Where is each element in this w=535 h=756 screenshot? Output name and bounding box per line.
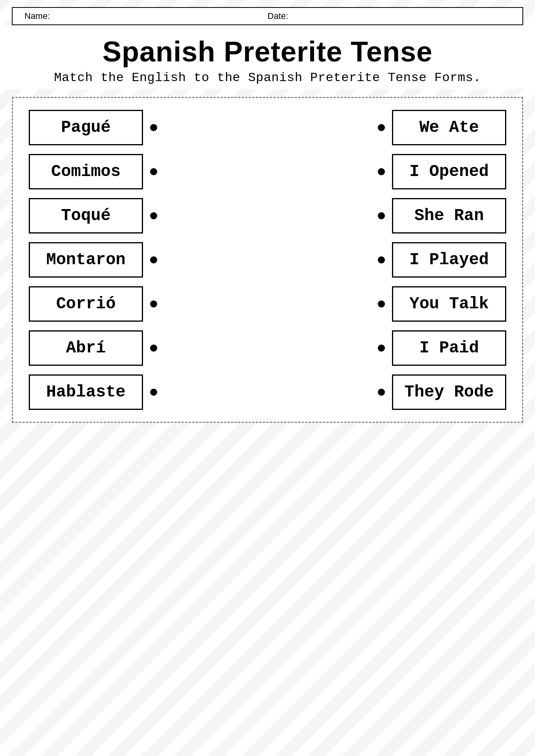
match-row: Toqué She Ran	[29, 198, 506, 233]
left-dot	[150, 389, 157, 396]
english-word-box: You Talk	[392, 286, 506, 322]
english-word-box: She Ran	[392, 198, 506, 233]
english-word-box: I Opened	[392, 154, 506, 189]
right-dot	[378, 256, 385, 263]
spanish-word-box: Toqué	[29, 198, 143, 233]
match-row: Abrí I Paid	[29, 330, 506, 366]
right-side: They Rode	[283, 374, 506, 410]
spanish-word: Corrió	[56, 295, 115, 313]
right-dot	[378, 168, 385, 175]
spanish-word-box: Montaron	[29, 242, 143, 278]
left-side: Pagué	[29, 110, 252, 145]
match-row: Comimos I Opened	[29, 154, 506, 189]
english-word: I Played	[409, 250, 489, 269]
english-word: We Ate	[419, 118, 479, 137]
right-side: I Opened	[283, 154, 506, 189]
match-row: Pagué We Ate	[29, 110, 506, 145]
spanish-word: Comimos	[51, 162, 121, 181]
left-dot	[150, 256, 157, 263]
left-dot	[150, 212, 157, 219]
spanish-word-box: Hablaste	[29, 374, 143, 410]
english-word: She Ran	[414, 206, 484, 225]
date-label: Date:	[268, 11, 511, 21]
english-word: You Talk	[409, 295, 489, 313]
left-side: Toqué	[29, 198, 252, 233]
left-side: Abrí	[29, 330, 252, 366]
spanish-word-box: Corrió	[29, 286, 143, 322]
english-word: I Paid	[419, 339, 479, 358]
right-side: You Talk	[283, 286, 506, 322]
left-dot	[150, 168, 157, 175]
title-section: Spanish Preterite Tense Match the Englis…	[0, 25, 535, 89]
spanish-word: Toqué	[61, 206, 111, 225]
english-word: They Rode	[405, 383, 494, 402]
right-dot	[378, 212, 385, 219]
match-row: Corrió You Talk	[29, 286, 506, 322]
english-word-box: I Played	[392, 242, 506, 278]
right-dot	[378, 389, 385, 396]
page-wrapper: Name: Date: Spanish Preterite Tense Matc…	[0, 7, 535, 756]
spanish-word-box: Comimos	[29, 154, 143, 189]
right-side: I Played	[283, 242, 506, 278]
right-dot	[378, 345, 385, 352]
spanish-word-box: Abrí	[29, 330, 143, 366]
spanish-word-box: Pagué	[29, 110, 143, 145]
spanish-word: Hablaste	[46, 383, 126, 402]
left-dot	[150, 300, 157, 308]
left-side: Corrió	[29, 286, 252, 322]
main-title: Spanish Preterite Tense	[12, 36, 523, 67]
match-container: Pagué We Ate Comimos	[29, 110, 506, 410]
right-dot	[378, 124, 385, 131]
match-row: Hablaste They Rode	[29, 374, 506, 410]
english-word-box: I Paid	[392, 330, 506, 366]
name-label: Name:	[24, 11, 268, 21]
spanish-word: Abrí	[66, 339, 106, 358]
content-area: Pagué We Ate Comimos	[12, 97, 523, 423]
english-word: I Opened	[409, 162, 489, 181]
left-side: Comimos	[29, 154, 252, 189]
right-side: I Paid	[283, 330, 506, 366]
left-dot	[150, 124, 157, 131]
subtitle: Match the English to the Spanish Preteri…	[12, 70, 523, 85]
right-dot	[378, 300, 385, 308]
right-side: We Ate	[283, 110, 506, 145]
english-word-box: They Rode	[392, 374, 506, 410]
english-word-box: We Ate	[392, 110, 506, 145]
left-side: Montaron	[29, 242, 252, 278]
left-dot	[150, 345, 157, 352]
spanish-word: Pagué	[61, 118, 111, 137]
match-row: Montaron I Played	[29, 242, 506, 278]
spanish-word: Montaron	[46, 250, 126, 269]
left-side: Hablaste	[29, 374, 252, 410]
header-bar: Name: Date:	[12, 7, 523, 25]
right-side: She Ran	[283, 198, 506, 233]
